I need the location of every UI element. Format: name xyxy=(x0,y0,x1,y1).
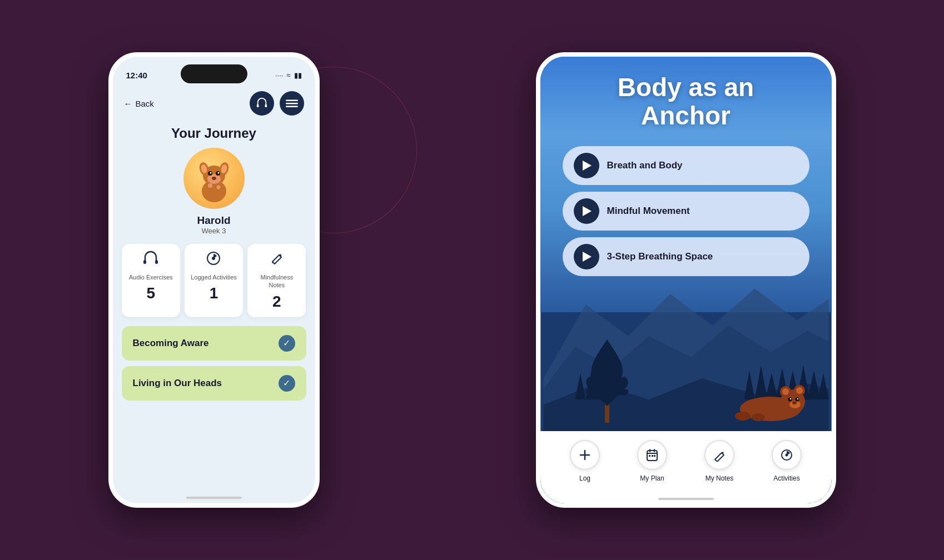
audio-exercises-value: 5 xyxy=(146,284,155,302)
headphones-button[interactable] xyxy=(250,91,274,116)
nav-item-activities[interactable]: Activities xyxy=(772,440,802,482)
svg-point-54 xyxy=(786,454,788,457)
audio-label-breath-and-body: Breath and Body xyxy=(607,160,683,171)
svg-point-42 xyxy=(788,398,792,402)
lesson-living-heads[interactable]: Living in Our Heads ✓ xyxy=(122,366,306,401)
audio-list: Breath and Body Mindful Movement 3-Step … xyxy=(540,146,832,276)
mindfulness-notes-label: Mindfulness Notes xyxy=(252,273,301,289)
wifi-icon: ≈ xyxy=(286,71,290,79)
audio-label-mindful-movement: Mindful Movement xyxy=(607,206,690,217)
stat-mindfulness-notes: Mindfulness Notes 2 xyxy=(247,244,306,317)
home-bar-left xyxy=(186,497,242,499)
bottom-nav: Log My Plan xyxy=(540,431,832,503)
activities-icon[interactable] xyxy=(772,440,802,470)
menu-button[interactable] xyxy=(280,91,304,116)
stats-row: Audio Exercises 5 Logged Activities 1 xyxy=(122,244,306,317)
my-plan-label: My Plan xyxy=(640,474,664,482)
play-button-mindful-movement[interactable] xyxy=(574,198,599,224)
svg-rect-4 xyxy=(286,106,298,107)
svg-point-14 xyxy=(210,172,211,173)
lesson-becoming-aware-label: Becoming Aware xyxy=(133,338,209,349)
svg-point-48 xyxy=(752,413,765,421)
check-icon-becoming-aware: ✓ xyxy=(279,335,295,352)
mindfulness-notes-value: 2 xyxy=(272,293,281,311)
bear-illustration xyxy=(732,378,809,423)
signal-stat-icon xyxy=(205,251,222,270)
audio-item-breath-and-body[interactable]: Breath and Body xyxy=(563,146,809,185)
svg-rect-1 xyxy=(265,104,267,108)
deer-illustration xyxy=(189,152,239,205)
activities-label: Activities xyxy=(773,474,799,482)
svg-point-17 xyxy=(208,183,212,188)
logged-activities-value: 1 xyxy=(210,284,218,302)
back-button[interactable]: ← Back xyxy=(124,99,154,108)
page-title: Your Journey xyxy=(122,126,306,141)
lesson-becoming-aware[interactable]: Becoming Aware ✓ xyxy=(122,326,306,361)
svg-rect-0 xyxy=(256,104,259,108)
lone-tree xyxy=(585,334,629,423)
svg-rect-20 xyxy=(155,260,158,264)
play-triangle-icon-3 xyxy=(583,252,592,262)
svg-rect-50 xyxy=(649,455,650,457)
audio-exercises-label: Audio Exercises xyxy=(129,273,173,281)
pencil-stat-icon xyxy=(269,251,285,270)
user-name: Harold xyxy=(197,214,230,227)
svg-point-22 xyxy=(212,257,215,260)
nav-item-log[interactable]: Log xyxy=(570,440,600,482)
nav-item-my-plan[interactable]: My Plan xyxy=(637,440,667,482)
status-time: 12:40 xyxy=(126,71,147,80)
svg-point-38 xyxy=(782,388,789,395)
back-arrow-icon: ← xyxy=(124,99,132,108)
my-notes-label: My Notes xyxy=(705,474,734,482)
user-subtitle: Week 3 xyxy=(202,227,226,235)
plus-icon[interactable] xyxy=(570,440,600,470)
right-phone-title: Body as an Anchor xyxy=(540,57,832,141)
stat-audio-exercises: Audio Exercises 5 xyxy=(122,244,180,317)
left-phone: 12:40 ···· ≈ ▮▮ ← Back xyxy=(108,52,320,508)
avatar-section: Harold Week 3 xyxy=(122,148,306,235)
phone-notch xyxy=(181,64,247,83)
svg-point-46 xyxy=(792,401,797,404)
svg-point-45 xyxy=(797,398,798,399)
nav-bar: ← Back xyxy=(122,86,306,121)
audio-label-3step: 3-Step Breathing Space xyxy=(607,251,713,262)
svg-point-16 xyxy=(212,177,216,180)
logged-activities-label: Logged Activities xyxy=(191,273,237,281)
svg-rect-52 xyxy=(654,455,655,457)
title-line2: Anchor xyxy=(641,101,731,130)
home-bar-right xyxy=(658,498,714,500)
svg-point-43 xyxy=(795,398,799,402)
svg-rect-51 xyxy=(652,455,653,457)
title-line1: Body as an xyxy=(618,73,754,102)
svg-rect-2 xyxy=(286,100,298,101)
avatar xyxy=(183,148,245,209)
right-phone: Body as an Anchor Breath and Body Mindfu… xyxy=(536,52,836,508)
play-button-3step[interactable] xyxy=(574,244,599,269)
svg-point-15 xyxy=(217,172,219,173)
log-label: Log xyxy=(579,474,590,482)
play-triangle-icon-2 xyxy=(583,206,592,216)
nav-item-my-notes[interactable]: My Notes xyxy=(704,440,734,482)
scene: 12:40 ···· ≈ ▮▮ ← Back xyxy=(0,0,944,560)
audio-item-mindful-movement[interactable]: Mindful Movement xyxy=(563,192,809,231)
check-icon-living-heads: ✓ xyxy=(279,375,295,392)
stat-logged-activities: Logged Activities 1 xyxy=(185,244,243,317)
play-triangle-icon xyxy=(583,161,592,171)
pencil-nav-icon[interactable] xyxy=(704,440,734,470)
status-icons: ···· ≈ ▮▮ xyxy=(275,71,302,79)
svg-rect-19 xyxy=(143,260,146,264)
battery-icon: ▮▮ xyxy=(294,71,302,79)
svg-rect-3 xyxy=(286,103,298,104)
lesson-living-heads-label: Living in Our Heads xyxy=(133,378,222,389)
svg-point-47 xyxy=(735,412,751,421)
nav-icon-row xyxy=(250,91,304,116)
audio-item-3step[interactable]: 3-Step Breathing Space xyxy=(563,237,809,276)
signal-dots-icon: ···· xyxy=(275,71,283,79)
play-button-breath-and-body[interactable] xyxy=(574,153,599,178)
left-phone-content: ← Back xyxy=(113,86,315,503)
svg-point-18 xyxy=(216,185,220,189)
svg-point-40 xyxy=(796,387,803,394)
calendar-icon[interactable] xyxy=(637,440,667,470)
svg-point-44 xyxy=(789,398,791,399)
back-label: Back xyxy=(136,99,154,108)
